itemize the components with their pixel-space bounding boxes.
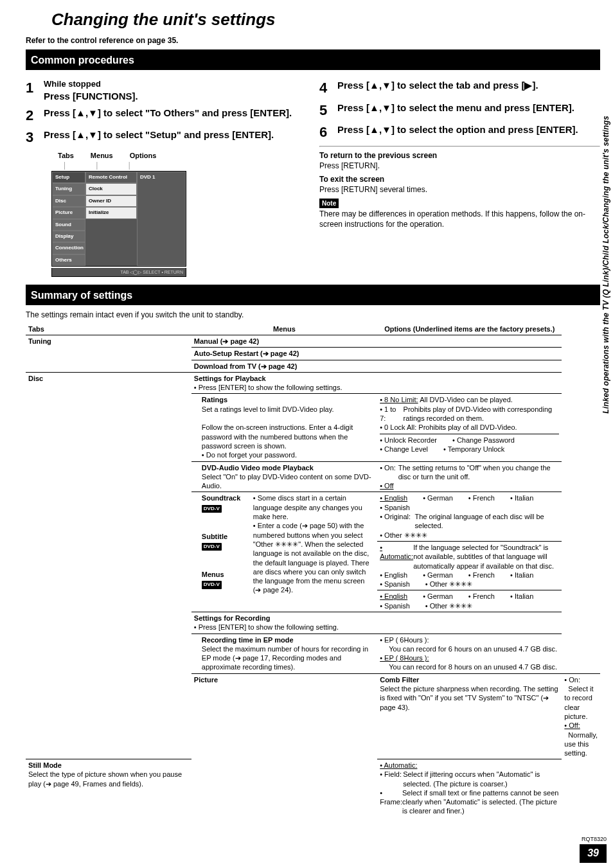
dg-tab: Display: [52, 231, 85, 242]
step-2: 2 Press [▲,▼] to select "To Others" and …: [26, 107, 306, 125]
tab-disc: Disc: [26, 372, 191, 759]
steps-columns: 1 While stopped Press [FUNCTIONS]. 2 Pre…: [26, 75, 600, 282]
still-title: Still Mode: [28, 761, 62, 769]
dg-option: DVD 1: [137, 172, 186, 266]
ratings-desc1: Set a ratings level to limit DVD-Video p…: [202, 405, 334, 413]
tab-picture: Picture: [191, 673, 377, 817]
still-field-label: • Field:: [380, 770, 403, 788]
page: Changing the unit's settings Refer to th…: [0, 0, 613, 868]
diagram-label-options: Options: [130, 151, 157, 160]
tuning-autosetup: Auto-Setup Restart (➔ page 42): [191, 348, 562, 360]
summary-intro: The settings remain intact even if you s…: [26, 310, 600, 321]
lang-opt: • German: [423, 592, 453, 601]
step-num: 1: [26, 79, 44, 98]
ratings-opt2-label: • 1 to 7:: [380, 405, 403, 423]
step-num: 2: [26, 107, 44, 125]
dg-menu: Owner ID: [85, 195, 137, 207]
step-act: Press [▲,▼] to select "To Others" and pr…: [44, 107, 306, 120]
lang-opt: • French: [468, 592, 495, 601]
comb-off-text: Normally, use this setting.: [564, 731, 598, 757]
step-act: Press [▲,▼] to select the option and pre…: [337, 123, 600, 136]
th-options: Options (Underlined items are the factor…: [377, 323, 562, 335]
comb-on-label: • On:: [564, 676, 580, 684]
recording-header: Settings for Recording: [194, 614, 271, 622]
still-field-text: Select if jittering occurs when "Automat…: [403, 770, 559, 788]
step-act: Press [FUNCTIONS].: [44, 90, 306, 103]
still-desc: Select the type of picture shown when yo…: [28, 770, 182, 787]
lang-opt: • Spanish: [380, 601, 410, 610]
section-common-procedures: Common procedures: [26, 49, 600, 70]
lang-opt: • English: [380, 592, 407, 601]
ep-opt1-text: You can record for 6 hours on an unused …: [380, 645, 557, 653]
footer: RQT8320 39: [580, 836, 607, 863]
ep-title: Recording time in EP mode: [202, 636, 294, 644]
diagram-label-menus: Menus: [91, 151, 113, 160]
exit-block: To exit the screen Press [RETURN] severa…: [319, 175, 600, 195]
step-num: 4: [319, 79, 337, 98]
dg-footer: TAB ◁◯▷ SELECT • RETURN: [51, 268, 186, 277]
dg-menu: Remote Control: [85, 172, 137, 183]
step-act: Press [▲,▼] to select the tab and press …: [337, 79, 600, 92]
footer-code: RQT8320: [580, 836, 607, 844]
dg-menu: Initialize: [85, 207, 137, 218]
step-4: 4 Press [▲,▼] to select the tab and pres…: [319, 79, 600, 98]
step-num: 6: [319, 123, 337, 142]
ratings-opt1-text: All DVD-Video can be played.: [420, 396, 513, 403]
steps-left: 1 While stopped Press [FUNCTIONS]. 2 Pre…: [26, 75, 306, 282]
comb-title: Comb Filter: [380, 676, 419, 684]
menus-title: Menus: [202, 571, 224, 578]
subtitle-title: Subtitle: [202, 533, 227, 540]
still-frame-text: Select if small text or fine patterns ca…: [402, 788, 559, 816]
step-3: 3 Press [▲,▼] to select "Setup" and pres…: [26, 128, 306, 147]
step-num: 5: [319, 102, 337, 120]
lang-opt: • Italian: [510, 571, 533, 580]
note-block: Note There may be differences in operati…: [319, 199, 600, 229]
shared-desc-2: • Enter a code (➔ page 50) with the numb…: [253, 522, 369, 594]
recording-note: • Press [ENTER] to show the following se…: [194, 623, 339, 631]
dg-tab: Picture: [52, 207, 85, 218]
dvdaudio-off: • Off: [380, 482, 393, 490]
steps-right: 4 Press [▲,▼] to select the tab and pres…: [319, 75, 600, 282]
ratings-opt1-label: • 8 No Limit:: [380, 396, 418, 403]
still-auto: • Automatic:: [380, 761, 417, 769]
ratings-opt2-text: Prohibits play of DVD-Video with corresp…: [404, 405, 560, 423]
note-text: There may be differences in operation me…: [319, 209, 585, 229]
lang-opt: • French: [468, 571, 495, 580]
return-text: Press [RETURN].: [319, 161, 380, 170]
ratings-desc2: Follow the on-screen instructions. Enter…: [202, 423, 353, 450]
diagram-label-tabs: Tabs: [58, 151, 74, 160]
soundtrack-title: Soundtrack: [202, 494, 241, 502]
ratings-opt3-label: • 0 Lock All:: [380, 423, 416, 431]
lang-opt: • Italian: [510, 592, 533, 601]
page-title: Changing the unit's settings: [51, 9, 600, 31]
dvd-v-tag: DVD-V: [202, 543, 222, 551]
tuning-manual: Manual (➔ page 42): [191, 335, 562, 347]
th-menus: Menus: [191, 323, 377, 335]
disc-playback-header: Settings for Playback: [194, 375, 266, 382]
section-summary: Summary of settings: [26, 285, 600, 305]
step-pre: While stopped: [44, 79, 306, 90]
th-tabs: Tabs: [26, 323, 191, 335]
ratings-title: Ratings: [202, 396, 227, 403]
dvdaudio-title: DVD-Audio Video mode Playback: [202, 464, 314, 472]
auto-text: If the language selected for "Soundtrack…: [413, 543, 559, 571]
lang-opt: • Spanish: [380, 504, 410, 511]
step-act: Press [▲,▼] to select "Setup" and press …: [44, 128, 306, 141]
lang-opt: • English: [380, 493, 407, 502]
dg-menu: Clock: [85, 183, 137, 195]
return-title: To return to the previous screen: [319, 151, 437, 160]
ratings-desc3: • Do not forget your password.: [202, 451, 297, 459]
ratings-subopt: • Temporary Unlock: [443, 445, 504, 454]
other-opt: • Other ✳✳✳✳: [425, 580, 472, 589]
disc-playback-note: • Press [ENTER] to show the following se…: [194, 384, 342, 391]
ratings-opt3-text: Prohibits play of all DVD-Video.: [418, 423, 517, 431]
dvdaudio-on-text: The setting returns to "Off" when you ch…: [398, 463, 560, 482]
settings-table: Tabs Menus Options (Underlined items are…: [26, 323, 600, 817]
tab-tuning: Tuning: [26, 335, 191, 372]
exit-text: Press [RETURN] several times.: [319, 185, 427, 194]
auto-label: • Automatic:: [380, 543, 413, 571]
other-opt: • Other ✳✳✳✳: [425, 601, 472, 610]
ref-line: Refer to the control reference on page 3…: [26, 36, 600, 46]
lang-opt: • French: [468, 493, 495, 502]
dvdaudio-on-label: • On:: [380, 463, 398, 482]
